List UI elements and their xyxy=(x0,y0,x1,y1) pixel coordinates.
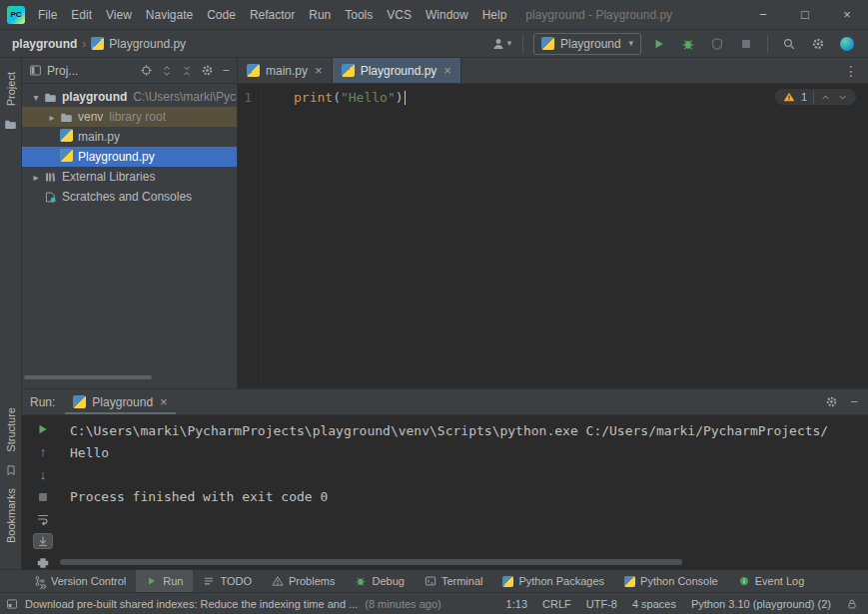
breadcrumb-file[interactable]: Playground.py xyxy=(109,37,186,51)
tool-button-python-console[interactable]: Python Console xyxy=(614,570,728,592)
hide-run-panel-button[interactable]: − xyxy=(850,395,858,408)
locate-file-button[interactable] xyxy=(140,64,153,77)
line-separator[interactable]: CRLF xyxy=(542,598,571,610)
tool-button-python-packages[interactable]: Python Packages xyxy=(492,570,614,592)
python-interpreter[interactable]: Python 3.10 (playground) (2) xyxy=(691,598,831,610)
up-stack-button[interactable]: ↑ xyxy=(33,443,53,460)
expand-all-button[interactable] xyxy=(161,65,173,77)
collapse-all-button[interactable] xyxy=(181,65,193,77)
more-actions-button[interactable]: » xyxy=(33,577,53,594)
tree-item-external-libraries[interactable]: ▸ External Libraries xyxy=(22,167,237,187)
folder-icon[interactable] xyxy=(4,118,17,131)
tree-item-scratches[interactable]: Scratches and Consoles xyxy=(22,187,237,207)
code-with-me-button[interactable] xyxy=(836,33,858,55)
breadcrumb: playground › Playground.py xyxy=(12,37,186,51)
scrollbar-thumb[interactable] xyxy=(60,559,682,565)
soft-wrap-button[interactable] xyxy=(33,511,53,527)
close-icon[interactable]: × xyxy=(443,63,451,78)
debug-button[interactable] xyxy=(677,33,699,55)
chevron-right-icon[interactable]: ▸ xyxy=(44,112,60,123)
chevron-down-icon[interactable]: ▾ xyxy=(28,92,44,103)
breadcrumb-project[interactable]: playground xyxy=(12,37,77,51)
run-button[interactable] xyxy=(648,33,670,55)
print-button[interactable] xyxy=(33,555,53,571)
tool-stripe-bookmarks[interactable]: Bookmarks xyxy=(5,488,17,543)
code-editor[interactable]: 1 print("Hello") 1 xyxy=(238,84,868,388)
close-button[interactable]: × xyxy=(826,0,868,29)
inspections-widget[interactable]: 1 xyxy=(775,89,856,105)
settings-button[interactable] xyxy=(807,33,829,55)
caret-position[interactable]: 1:13 xyxy=(506,598,527,610)
tool-button-label: TODO xyxy=(220,575,252,587)
tool-button-debug[interactable]: Debug xyxy=(345,570,414,592)
menu-navigate[interactable]: Navigate xyxy=(139,0,200,30)
user-menu-button[interactable]: ▾ xyxy=(490,33,512,55)
play-icon xyxy=(146,575,158,587)
tab-playground-py[interactable]: Playground.py × xyxy=(333,58,461,83)
tool-button-run[interactable]: Run xyxy=(136,570,193,592)
tab-main-py[interactable]: main.py × xyxy=(238,58,333,83)
tool-button-problems[interactable]: Problems xyxy=(262,570,345,592)
stop-button[interactable] xyxy=(735,33,757,55)
menu-run[interactable]: Run xyxy=(302,0,338,30)
close-icon[interactable]: × xyxy=(160,394,168,409)
bottom-tool-stripe: Version Control Run TODO Problems Debug … xyxy=(0,569,868,592)
file-encoding[interactable]: UTF-8 xyxy=(586,598,617,610)
tool-button-terminal[interactable]: Terminal xyxy=(415,570,493,592)
code-area[interactable]: print("Hello") xyxy=(262,84,406,388)
tree-item-playground-py[interactable]: Playground.py xyxy=(22,147,237,167)
tool-stripe-structure[interactable]: Structure xyxy=(5,407,17,452)
coverage-button[interactable] xyxy=(706,33,728,55)
project-panel-title[interactable]: Proj... xyxy=(47,64,78,78)
pycharm-window: PC File Edit View Navigate Code Refactor… xyxy=(0,0,868,614)
maximize-button[interactable]: □ xyxy=(784,0,826,29)
menu-view[interactable]: View xyxy=(99,0,139,30)
panel-settings-button[interactable] xyxy=(201,64,214,77)
project-horizontal-scrollbar[interactable] xyxy=(24,375,152,379)
search-everywhere-button[interactable] xyxy=(778,33,800,55)
run-panel-header: Run: Playground × − xyxy=(22,389,868,415)
rerun-button[interactable] xyxy=(33,421,53,437)
gear-icon xyxy=(811,37,825,51)
console-horizontal-scrollbar[interactable] xyxy=(60,559,858,565)
prev-problem-icon[interactable] xyxy=(820,92,831,103)
tool-stripe-project[interactable]: Project xyxy=(5,72,17,106)
next-problem-icon[interactable] xyxy=(837,92,848,103)
menu-edit[interactable]: Edit xyxy=(64,0,99,30)
run-settings-button[interactable] xyxy=(825,395,838,408)
menu-tools[interactable]: Tools xyxy=(338,0,380,30)
run-console[interactable]: C:\Users\marki\PycharmProjects\playgroun… xyxy=(58,415,868,569)
tab-label: main.py xyxy=(266,64,308,78)
run-config-select[interactable]: Playground ▾ xyxy=(533,33,641,55)
minimize-button[interactable]: − xyxy=(742,0,784,29)
status-message[interactable]: Download pre-built shared indexes: Reduc… xyxy=(25,598,358,610)
tab-options-icon[interactable]: ⋮ xyxy=(834,58,868,83)
scroll-to-end-button[interactable] xyxy=(33,533,53,549)
menu-refactor[interactable]: Refactor xyxy=(243,0,302,30)
terminal-icon xyxy=(425,575,436,587)
tool-button-event-log[interactable]: Event Log xyxy=(728,570,815,592)
hide-panel-button[interactable]: − xyxy=(222,64,230,77)
bookmark-icon[interactable] xyxy=(5,464,17,476)
indent-style[interactable]: 4 spaces xyxy=(632,598,676,610)
tree-item-venv[interactable]: ▸ venv library root xyxy=(22,107,237,127)
tree-item-label: playground xyxy=(62,90,127,104)
down-stack-button[interactable]: ↓ xyxy=(33,466,53,483)
menu-code[interactable]: Code xyxy=(200,0,243,30)
run-tab-playground[interactable]: Playground × xyxy=(65,389,175,414)
menu-file[interactable]: File xyxy=(31,0,64,30)
lock-icon[interactable] xyxy=(846,598,858,610)
soft-wrap-icon xyxy=(36,512,50,526)
menu-window[interactable]: Window xyxy=(419,0,475,30)
code-token-print: print xyxy=(294,90,333,105)
stop-button[interactable] xyxy=(33,489,53,505)
menu-vcs[interactable]: VCS xyxy=(380,0,419,30)
chevron-right-icon[interactable]: ▸ xyxy=(28,172,44,183)
editor-gutter: 1 xyxy=(238,84,262,388)
tool-button-todo[interactable]: TODO xyxy=(193,570,262,592)
tree-item-main-py[interactable]: main.py xyxy=(22,127,237,147)
close-icon[interactable]: × xyxy=(315,63,323,78)
tree-item-playground[interactable]: ▾ playground C:\Users\marki\Pych xyxy=(22,87,237,107)
menu-help[interactable]: Help xyxy=(475,0,514,30)
tool-window-switcher-icon[interactable] xyxy=(6,598,18,610)
